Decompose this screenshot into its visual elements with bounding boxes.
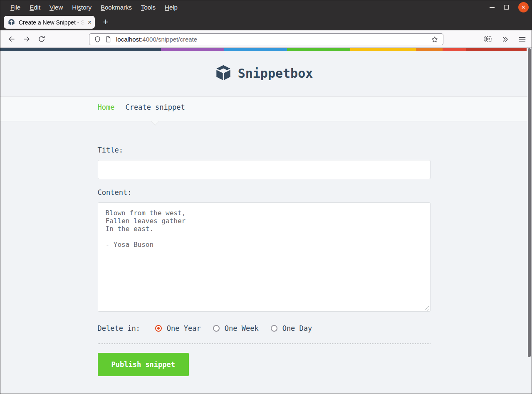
radio-label-one-week: One Week (225, 324, 259, 332)
radio-one-day[interactable] (271, 325, 277, 332)
menu-tools[interactable]: Tools (136, 2, 160, 13)
nav-link-home[interactable]: Home (98, 103, 115, 111)
menu-edit[interactable]: Edit (25, 2, 45, 13)
url-path: :4000/snippet/create (141, 36, 197, 43)
page-info-icon[interactable] (105, 36, 112, 43)
menu-history[interactable]: History (67, 2, 96, 13)
new-tab-button[interactable]: + (100, 16, 111, 28)
menu-help[interactable]: Help (160, 2, 182, 13)
expires-option-one-week[interactable]: One Week (213, 324, 259, 332)
reload-icon[interactable] (38, 35, 45, 43)
nav-links: HomeCreate snippet (98, 97, 431, 111)
content-textarea-wrap: Blown from the west, Fallen leaves gathe… (98, 202, 431, 312)
radio-one-year-checked[interactable] (155, 325, 162, 332)
url-bar[interactable]: localhost:4000/snippet/create (89, 33, 443, 45)
hamburger-menu-icon[interactable] (518, 35, 526, 43)
browser-window: FileEditViewHistoryBookmarksToolsHelp ✕ … (0, 0, 532, 394)
tab-create-a-new-snippet[interactable]: Create a New Snippet - Sn × (4, 16, 95, 29)
tab-bar: Create a New Snippet - Sn × + (0, 14, 532, 30)
screenshot-icon[interactable] (484, 35, 492, 43)
url-host: localhost (116, 36, 141, 43)
bookmark-star-icon[interactable] (431, 36, 438, 43)
site-header: Snippetbox (0, 51, 527, 96)
title-label: Title: (98, 147, 431, 154)
expires-row: Delete in: One YearOne WeekOne Day (98, 323, 431, 333)
menu-view[interactable]: View (45, 2, 67, 13)
radio-label-one-day: One Day (282, 324, 312, 332)
back-icon[interactable] (8, 35, 15, 43)
rainbow-stripe (0, 48, 527, 51)
title-input[interactable] (98, 160, 431, 179)
snippetbox-page: Snippetbox HomeCreate snippet Title: Con… (0, 51, 532, 394)
navigation-toolbar: localhost:4000/snippet/create (0, 30, 532, 48)
expires-label: Delete in: (98, 324, 140, 332)
content-label: Content: (98, 189, 431, 196)
brand-title[interactable]: Snippetbox (238, 66, 313, 81)
menu-bar: FileEditViewHistoryBookmarksToolsHelp (0, 0, 532, 14)
page-scrollbar-thumb[interactable] (528, 48, 531, 357)
close-window-button[interactable]: ✕ (518, 2, 529, 12)
overflow-chevrons-icon[interactable] (502, 36, 509, 43)
tab-title: Create a New Snippet - Sn (19, 19, 87, 26)
menu-file[interactable]: File (6, 2, 25, 13)
tab-close-icon[interactable]: × (88, 19, 92, 26)
forward-icon[interactable] (23, 35, 30, 43)
snippetbox-logo-icon[interactable] (215, 65, 232, 81)
nav-link-create-snippet[interactable]: Create snippet (125, 103, 185, 111)
radio-one-week[interactable] (213, 325, 220, 332)
form-divider (98, 343, 431, 344)
expires-option-one-year[interactable]: One Year (155, 324, 201, 332)
radio-label-one-year: One Year (167, 324, 201, 332)
site-nav: HomeCreate snippet (0, 96, 527, 121)
window-controls: ✕ (490, 0, 529, 14)
expires-option-one-day[interactable]: One Day (271, 324, 312, 332)
url-text: localhost:4000/snippet/create (116, 36, 197, 43)
minimize-icon[interactable] (490, 7, 495, 8)
shield-permissions-icon[interactable] (94, 36, 101, 43)
snippetbox-favicon-icon (8, 19, 15, 26)
create-snippet-form: Title: Content: Blown from the west, Fal… (98, 121, 431, 376)
publish-snippet-button[interactable]: Publish snippet (98, 353, 189, 376)
maximize-icon[interactable] (504, 5, 509, 10)
menu-bookmarks[interactable]: Bookmarks (96, 2, 136, 13)
content-textarea[interactable]: Blown from the west, Fallen leaves gathe… (98, 202, 431, 312)
